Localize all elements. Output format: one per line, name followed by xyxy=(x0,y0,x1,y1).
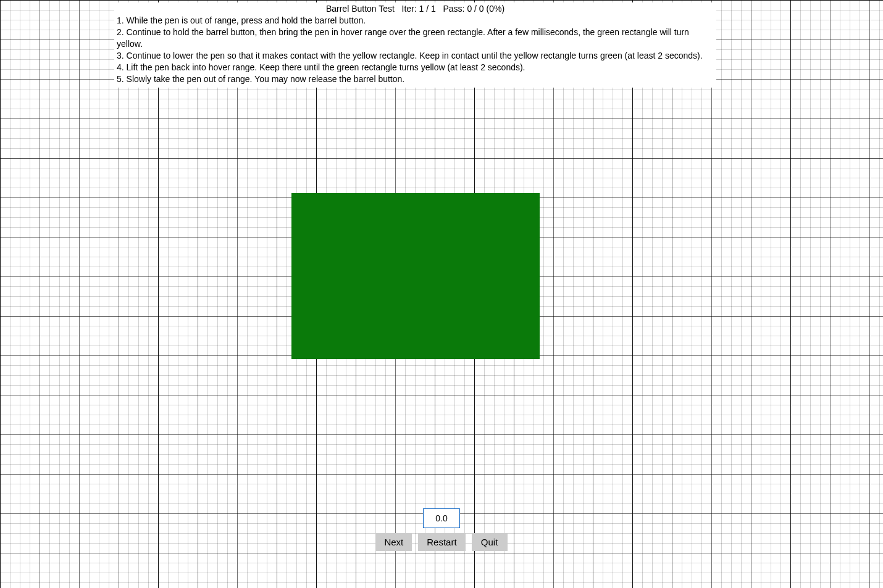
instruction-step: 3. Continue to lower the pen so that it … xyxy=(117,50,714,62)
instruction-step: 2. Continue to hold the barrel button, t… xyxy=(117,27,714,50)
instruction-step: 4. Lift the pen back into hover range. K… xyxy=(117,62,714,73)
timer-value: 0.0 xyxy=(435,513,447,523)
instruction-list: 1. While the pen is out of range, press … xyxy=(117,15,714,85)
bottom-controls: 0.0 Next Restart Quit xyxy=(0,508,883,551)
target-rectangle[interactable] xyxy=(291,193,540,359)
test-title: Barrel Button Test Iter: 1 / 1 Pass: 0 /… xyxy=(117,4,714,14)
next-button[interactable]: Next xyxy=(375,533,412,551)
timer-readout: 0.0 xyxy=(423,508,460,528)
instruction-step: 1. While the pen is out of range, press … xyxy=(117,15,714,27)
restart-button[interactable]: Restart xyxy=(418,533,465,551)
instruction-step: 5. Slowly take the pen out of range. You… xyxy=(117,73,714,85)
quit-button[interactable]: Quit xyxy=(472,533,508,551)
header-panel: Barrel Button Test Iter: 1 / 1 Pass: 0 /… xyxy=(114,2,716,88)
button-row: Next Restart Quit xyxy=(375,533,507,551)
